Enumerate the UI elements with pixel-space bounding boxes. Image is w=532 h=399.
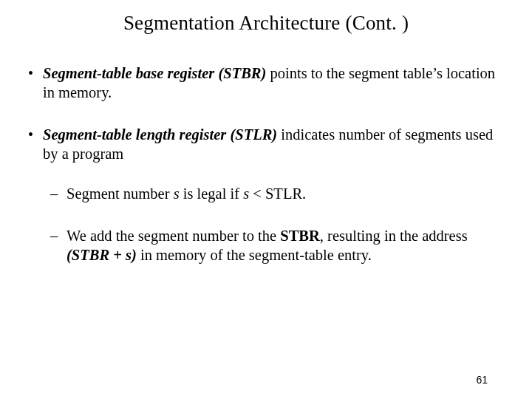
text: < STLR. <box>249 185 306 202</box>
subbullet-address: We add the segment number to the STBR, r… <box>43 227 507 265</box>
var-s: s <box>174 185 180 202</box>
text: We add the segment number to the <box>66 228 280 244</box>
bullet-stlr: Segment-table length register (STLR) ind… <box>25 126 507 265</box>
term-stlr: Segment-table length register (STLR) <box>43 126 277 143</box>
term-stbr: Segment-table base register (STBR) <box>43 65 266 81</box>
text: is legal if <box>180 185 244 202</box>
term-stbr-ref: STBR <box>280 228 320 244</box>
subbullet-legal: Segment number s is legal if s < STLR. <box>43 185 507 204</box>
slide-body: Segment-table base register (STBR) point… <box>0 35 532 265</box>
text: in memory of the segment-table entry. <box>137 247 372 263</box>
page-title: Segmentation Architecture (Cont. ) <box>0 0 532 35</box>
expr-stbr-plus-s: (STBR + s) <box>66 247 137 263</box>
bullet-stbr: Segment-table base register (STBR) point… <box>25 64 507 102</box>
text: , resulting in the address <box>320 228 468 244</box>
page-number: 61 <box>476 374 488 386</box>
text: Segment number <box>66 185 174 202</box>
var-s: s <box>243 185 249 202</box>
